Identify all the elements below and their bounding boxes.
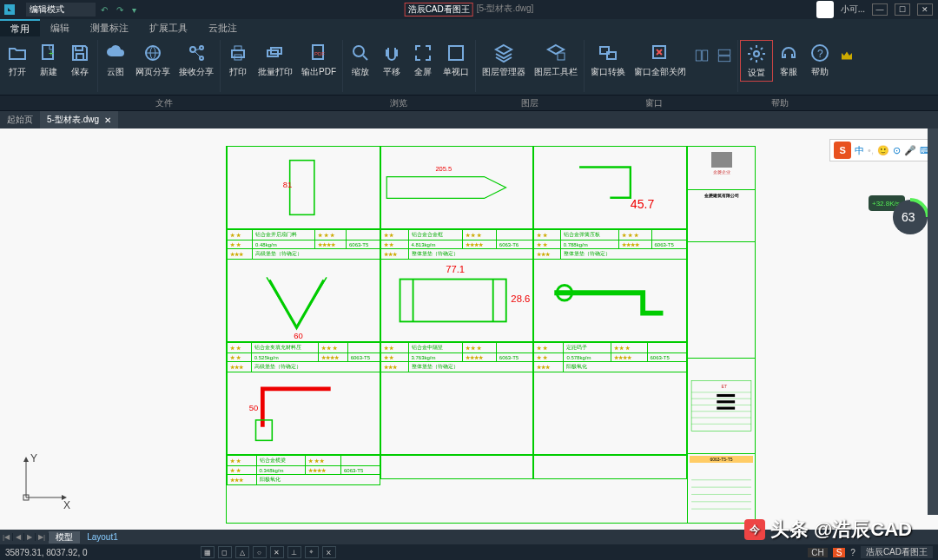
watermark-prefix: 头条 — [770, 517, 809, 543]
nav-next-icon[interactable]: ▶ — [24, 533, 36, 541]
svg-rect-26 — [290, 161, 314, 215]
svg-text:81: 81 — [283, 180, 292, 189]
nav-last-icon[interactable]: ▶| — [36, 533, 49, 541]
svg-point-13 — [353, 46, 364, 56]
ribbon: 打开 +新建 保存 云图 网页分享 接收分享 打印 批量打印 PDF输出PDF … — [0, 36, 938, 96]
help-button[interactable]: ?帮助 — [804, 40, 836, 82]
menubar: 常用 编辑 测量标注 扩展工具 云批注 — [0, 19, 938, 36]
titlebar: ↶ ↷ ▾ 浩辰CAD看图王 [5-型材表.dwg] 小可... — ☐ ✕ — [0, 0, 938, 19]
tab-ext[interactable]: 扩展工具 — [139, 19, 198, 36]
svg-rect-6 — [232, 50, 244, 57]
ime-mic-icon[interactable]: 🎤 — [904, 145, 916, 156]
active-doc-tab[interactable]: 5-型材表.dwg ✕ — [40, 111, 118, 128]
tab-cloud-annot[interactable]: 云批注 — [198, 19, 248, 36]
lang-indicator[interactable]: CH — [808, 548, 827, 557]
snap-perp-icon[interactable]: ⊥ — [287, 546, 301, 558]
fullscreen-button[interactable]: 全屏 — [407, 40, 439, 80]
nav-first-icon[interactable]: |◀ — [0, 533, 13, 541]
ime-zh[interactable]: 中 — [855, 144, 864, 157]
edit-mode-field[interactable] — [26, 3, 96, 16]
webshare-button[interactable]: 网页分享 — [131, 40, 175, 80]
ime-logo: S — [834, 142, 851, 159]
winswitch-button[interactable]: 窗口转换 — [586, 40, 630, 80]
exportpdf-button[interactable]: PDF输出PDF — [297, 40, 340, 80]
print-button[interactable]: 打印 — [222, 40, 254, 80]
ime-indicator[interactable]: S — [833, 548, 846, 557]
maximize-button[interactable]: ☐ — [895, 3, 910, 16]
file-name: [5-型材表.dwg] — [477, 3, 534, 16]
svg-rect-48 — [717, 400, 735, 403]
vertical-scrollbar[interactable] — [928, 128, 938, 515]
svg-text:205.5: 205.5 — [435, 165, 452, 173]
wincloseall-button[interactable]: 窗口全部关闭 — [630, 40, 690, 80]
svg-rect-14 — [449, 46, 463, 60]
vip-button[interactable] — [836, 40, 858, 82]
snap-end-icon[interactable]: ◻ — [218, 546, 232, 558]
watermark-logo: 今 — [744, 519, 765, 540]
layertool-button[interactable]: 图层工具栏 — [530, 40, 582, 80]
pan-button[interactable]: 平移 — [376, 40, 407, 80]
gauge-val: 63 — [902, 210, 915, 224]
tab-common[interactable]: 常用 — [0, 19, 40, 36]
recvshare-button[interactable]: 接收分享 — [175, 40, 218, 80]
status-help-icon[interactable]: ? — [850, 548, 855, 557]
win-tilevert-button[interactable] — [690, 40, 713, 80]
gauge-speed: +32.8K/s — [872, 200, 900, 208]
win-tilehoriz-button[interactable] — [713, 40, 736, 80]
ime-emoji-icon[interactable]: 🙂 — [877, 145, 889, 156]
group-layer: 图层 — [469, 97, 591, 109]
layout1-tab[interactable]: Layout1 — [80, 532, 125, 542]
model-tab[interactable]: 模型 — [49, 531, 80, 544]
save-button[interactable]: 保存 — [64, 40, 96, 80]
close-doc-icon[interactable]: ✕ — [104, 115, 111, 125]
avatar[interactable] — [816, 1, 834, 18]
ribbon-group-labels: 文件 浏览 图层 窗口 帮助 — [0, 96, 938, 111]
group-help: 帮助 — [717, 97, 842, 109]
svg-rect-20 — [703, 50, 708, 61]
qat-undo-icon[interactable]: ↶ — [101, 5, 108, 15]
quick-access-toolbar: ↶ ↷ ▾ — [101, 5, 136, 15]
snap-node-icon[interactable]: ✕ — [270, 546, 284, 558]
snap-int-icon[interactable]: ⨯ — [322, 546, 336, 558]
ime-punct-icon[interactable]: •, — [868, 145, 874, 155]
user-name[interactable]: 小可... — [841, 3, 865, 16]
snap-mid-icon[interactable]: △ — [235, 546, 249, 558]
statusbar: 35879.31, 8037.92, 0 ▦ ◻ △ ○ ✕ ⊥ ⌖ ⨯ CH … — [0, 544, 938, 560]
start-tab[interactable]: 起始页 — [0, 114, 40, 126]
singleview-button[interactable]: 单视口 — [439, 40, 473, 80]
group-file: 文件 — [0, 97, 328, 109]
service-button[interactable]: 客服 — [773, 40, 804, 82]
zoom-button[interactable]: 缩放 — [345, 40, 376, 80]
minimize-button[interactable]: — — [872, 3, 888, 16]
nav-prev-icon[interactable]: ◀ — [13, 533, 24, 541]
cloud-button[interactable]: 云图 — [100, 40, 131, 80]
snap-center-icon[interactable]: ○ — [253, 546, 267, 558]
batchprint-button[interactable]: 批量打印 — [254, 40, 297, 80]
close-button[interactable]: ✕ — [917, 3, 933, 16]
svg-text:+: + — [49, 49, 54, 58]
new-button[interactable]: +新建 — [33, 40, 64, 80]
qat-down-icon[interactable]: ▾ — [132, 5, 136, 15]
svg-rect-15 — [558, 53, 565, 60]
svg-text:45.7: 45.7 — [631, 197, 655, 211]
svg-text:77.1: 77.1 — [446, 264, 465, 274]
open-button[interactable]: 打开 — [2, 40, 33, 80]
svg-text:60: 60 — [294, 331, 302, 340]
svg-rect-47 — [717, 394, 735, 397]
watermark: 今 头条 @浩辰CAD — [744, 517, 912, 543]
svg-text:PDF: PDF — [314, 51, 325, 56]
layermgr-button[interactable]: 图层管理器 — [478, 40, 530, 80]
tab-edit[interactable]: 编辑 — [40, 19, 80, 36]
settings-button[interactable]: 设置 — [740, 40, 773, 82]
qat-redo-icon[interactable]: ↷ — [116, 5, 123, 15]
ime-skin-icon[interactable]: ⊙ — [893, 145, 901, 156]
stamp-code: 6063-T5-T5 — [690, 456, 753, 463]
ime-floatbar[interactable]: S 中 •, 🙂 ⊙ 🎤 ⌨ — [829, 139, 938, 161]
snap-grid-icon[interactable]: ▦ — [201, 546, 215, 558]
tab-measure[interactable]: 测量标注 — [80, 19, 139, 36]
app-logo[interactable] — [0, 0, 19, 19]
perf-gauge[interactable]: +32.8K/s 63 — [869, 195, 929, 240]
product-name: 浩辰CAD看图王 — [861, 546, 933, 558]
drawing-canvas[interactable]: 81★ ★铝合金开启扇门料★ ★ ★★ ★0.48kg/m★★★★6063-T5… — [0, 128, 938, 530]
snap-near-icon[interactable]: ⌖ — [305, 546, 319, 558]
